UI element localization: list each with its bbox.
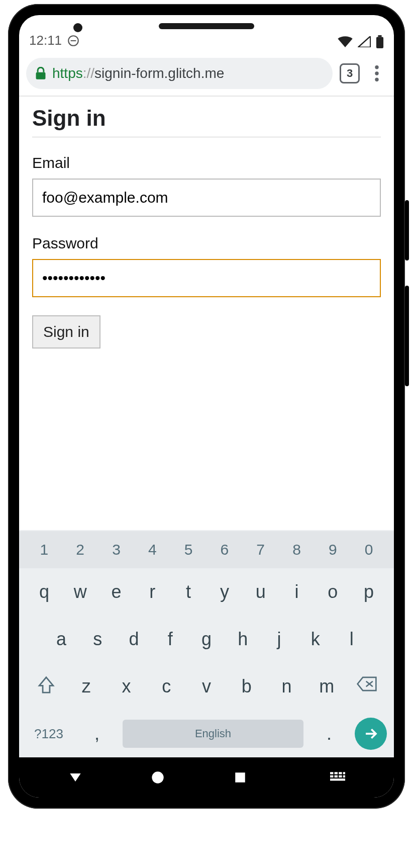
- screen: 12:11: [19, 15, 394, 798]
- phone-speaker: [159, 23, 254, 29]
- svg-rect-14: [335, 772, 338, 774]
- nav-back-button[interactable]: [65, 767, 85, 788]
- keyboard-row-2: a s d f g h j k l: [19, 616, 394, 663]
- svg-rect-19: [339, 775, 342, 777]
- email-input[interactable]: [32, 179, 381, 217]
- phone-side-button: [405, 286, 409, 386]
- shift-key[interactable]: [26, 668, 66, 705]
- email-label: Email: [32, 154, 381, 171]
- space-key-label: English: [195, 727, 231, 740]
- symbols-key[interactable]: ?123: [26, 718, 71, 750]
- key-3[interactable]: 3: [98, 536, 135, 563]
- page-title: Sign in: [32, 106, 381, 137]
- system-nav-bar: [19, 757, 394, 798]
- key-0[interactable]: 0: [351, 536, 387, 563]
- svg-rect-16: [343, 772, 345, 774]
- key-z[interactable]: z: [66, 668, 107, 705]
- lock-icon: [35, 67, 46, 80]
- phone-frame: 12:11: [8, 4, 405, 809]
- key-g[interactable]: g: [188, 621, 225, 658]
- square-icon: [234, 771, 247, 784]
- key-e[interactable]: e: [98, 573, 135, 611]
- key-v[interactable]: v: [186, 668, 227, 705]
- key-b[interactable]: b: [227, 668, 267, 705]
- password-input[interactable]: [32, 259, 381, 297]
- key-c[interactable]: c: [146, 668, 186, 705]
- key-l[interactable]: l: [334, 621, 370, 658]
- key-9[interactable]: 9: [315, 536, 351, 563]
- period-key[interactable]: .: [306, 715, 352, 752]
- sign-in-button[interactable]: Sign in: [32, 315, 100, 349]
- tab-switcher-button[interactable]: 3: [340, 63, 360, 83]
- browser-toolbar: https://signin-form.glitch.me 3: [19, 51, 394, 97]
- key-m[interactable]: m: [306, 668, 347, 705]
- key-x[interactable]: x: [107, 668, 147, 705]
- circle-icon: [151, 770, 165, 785]
- svg-rect-17: [330, 775, 333, 777]
- more-vert-icon: [375, 65, 379, 81]
- comma-key[interactable]: ,: [74, 715, 120, 752]
- nav-keyboard-toggle[interactable]: [328, 767, 348, 788]
- key-n[interactable]: n: [267, 668, 307, 705]
- key-s[interactable]: s: [79, 621, 116, 658]
- key-o[interactable]: o: [315, 573, 351, 611]
- key-w[interactable]: w: [62, 573, 98, 611]
- key-j[interactable]: j: [261, 621, 297, 658]
- status-time: 12:11: [29, 33, 62, 48]
- key-5[interactable]: 5: [170, 536, 206, 563]
- nav-home-button[interactable]: [148, 767, 168, 788]
- key-f[interactable]: f: [152, 621, 188, 658]
- keyboard-bottom-row: ?123 , English .: [19, 710, 394, 757]
- tab-count: 3: [347, 67, 353, 80]
- key-a[interactable]: a: [43, 621, 79, 658]
- url-scheme: https: [52, 65, 83, 81]
- url-text: https://signin-form.glitch.me: [52, 65, 224, 81]
- status-bar: 12:11: [19, 15, 394, 51]
- wifi-icon: [338, 36, 353, 47]
- key-d[interactable]: d: [116, 621, 152, 658]
- browser-menu-button[interactable]: [367, 65, 387, 81]
- svg-point-11: [152, 771, 163, 783]
- battery-icon: [376, 35, 384, 48]
- key-2[interactable]: 2: [62, 536, 98, 563]
- svg-rect-21: [330, 778, 345, 780]
- url-host: signin-form.glitch.me: [94, 65, 224, 81]
- enter-key[interactable]: [355, 718, 387, 750]
- key-8[interactable]: 8: [279, 536, 315, 563]
- key-y[interactable]: y: [206, 573, 243, 611]
- keyboard-row-3: z x c v b n m: [19, 663, 394, 710]
- key-r[interactable]: r: [134, 573, 170, 611]
- key-p[interactable]: p: [351, 573, 387, 611]
- key-4[interactable]: 4: [134, 536, 170, 563]
- key-u[interactable]: u: [243, 573, 279, 611]
- keyboard-icon: [330, 772, 345, 783]
- nav-recents-button[interactable]: [230, 767, 250, 788]
- svg-point-6: [375, 71, 378, 75]
- svg-rect-4: [36, 72, 46, 79]
- key-t[interactable]: t: [170, 573, 206, 611]
- keyboard-row-1: q w e r t y u i o p: [19, 568, 394, 616]
- backspace-key[interactable]: [347, 668, 387, 705]
- key-7[interactable]: 7: [243, 536, 279, 563]
- key-q[interactable]: q: [26, 573, 62, 611]
- triangle-down-icon: [67, 769, 83, 786]
- space-key[interactable]: English: [123, 720, 303, 748]
- keyboard-number-row: 1 2 3 4 5 6 7 8 9 0: [19, 531, 394, 568]
- svg-point-7: [375, 78, 378, 81]
- phone-camera: [73, 23, 82, 32]
- cell-signal-icon: [358, 36, 371, 47]
- key-6[interactable]: 6: [206, 536, 243, 563]
- key-k[interactable]: k: [297, 621, 334, 658]
- key-i[interactable]: i: [279, 573, 315, 611]
- password-label: Password: [32, 235, 381, 252]
- page-content: Sign in Email Password Sign in: [19, 97, 394, 530]
- svg-rect-13: [330, 772, 333, 774]
- password-field-group: Password: [32, 235, 381, 297]
- svg-rect-12: [235, 772, 245, 783]
- url-bar[interactable]: https://signin-form.glitch.me: [26, 58, 333, 89]
- arrow-right-icon: [363, 726, 378, 741]
- key-1[interactable]: 1: [26, 536, 62, 563]
- dnd-icon: [67, 34, 80, 47]
- shift-icon: [38, 676, 55, 694]
- key-h[interactable]: h: [225, 621, 261, 658]
